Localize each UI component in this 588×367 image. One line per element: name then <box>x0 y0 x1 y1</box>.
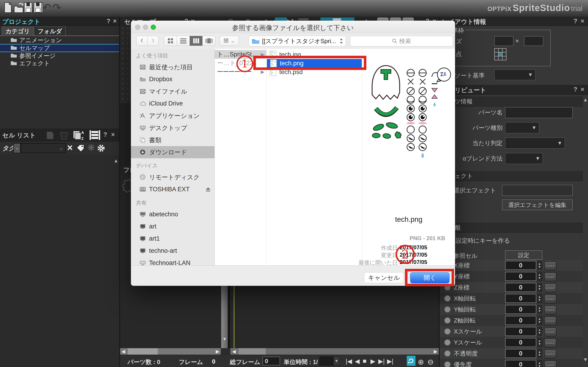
value-input[interactable]: 0 <box>505 261 536 270</box>
view-list-button[interactable] <box>177 36 190 46</box>
hit-select[interactable]: ▼ <box>505 138 565 149</box>
value-input[interactable]: 0 <box>505 272 536 281</box>
eject-icon[interactable] <box>205 186 211 194</box>
interp-button[interactable]: ---- <box>544 283 556 292</box>
stepper[interactable]: ▲▼ <box>537 283 542 292</box>
key-indicator-icon[interactable] <box>444 317 451 324</box>
key-indicator-icon[interactable] <box>444 295 451 302</box>
sidebar-item-desktop[interactable]: デスクトップ <box>131 122 215 134</box>
value-input[interactable]: 0 <box>505 349 536 358</box>
attr-row-opacity[interactable]: 不透明度 0 ▲▼ ---- <box>440 348 583 359</box>
sidebar-item-myfiles[interactable]: マイファイル <box>131 85 215 98</box>
key-indicator-icon[interactable] <box>444 328 451 335</box>
timeline-hscrollbar-left[interactable]: ◀ ▶ <box>120 348 221 355</box>
cancel-button[interactable]: キャンセル <box>364 272 404 283</box>
sidebar-item-techno-art[interactable]: techno-art <box>131 245 215 257</box>
parts-name-input[interactable] <box>505 107 573 118</box>
unit-time-select[interactable] <box>320 357 333 365</box>
attr-row-y[interactable]: Y座標 0 ▲▼ ---- <box>440 271 583 282</box>
sidebar-item-abetechno[interactable]: abetechno <box>131 208 215 220</box>
scroll-left-icon[interactable]: ◀ <box>232 349 236 354</box>
view-icons-button[interactable] <box>164 36 177 46</box>
sidebar-item-remote-disc[interactable]: リモートディスク <box>131 171 215 183</box>
folder-select[interactable]: [[スプライトスタジオSpri... <box>249 36 346 46</box>
sidebar-item-dropbox[interactable]: Dropbox <box>131 73 215 85</box>
tag-select[interactable]: ⌄ <box>21 143 66 153</box>
key-indicator-icon[interactable] <box>444 361 451 367</box>
new-cell-icon[interactable] <box>45 131 55 141</box>
stop-button[interactable]: ■ <box>363 358 366 365</box>
interp-button[interactable]: ---- <box>544 327 556 336</box>
next-frame-button[interactable]: ▶| <box>378 358 385 365</box>
scroll-left-icon[interactable]: ◀ <box>121 349 125 354</box>
sidebar-item-recents[interactable]: 最近使った項目 <box>131 61 215 73</box>
sidebar-item-art[interactable]: art <box>131 220 215 233</box>
value-input[interactable]: 0 <box>505 294 536 303</box>
sidebar-item-toshiba-ext[interactable]: TOSHIBA EXT <box>131 183 215 195</box>
key-indicator-icon[interactable] <box>444 306 451 313</box>
timeline-hscrollbar-right[interactable]: ◀ ▶ <box>230 348 439 355</box>
help-icon[interactable]: ? <box>103 131 107 138</box>
key-indicator-icon[interactable] <box>444 339 451 346</box>
close-icon[interactable]: × <box>581 18 584 25</box>
view-coverflow-button[interactable] <box>203 36 216 46</box>
origin-grid-selector[interactable] <box>494 48 507 61</box>
stepper[interactable]: ▲▼ <box>537 294 542 303</box>
scrollbar-up-icon[interactable]: ▲ <box>583 97 588 103</box>
help-icon[interactable]: ? <box>573 18 578 25</box>
delete-cell-icon[interactable] <box>59 131 69 141</box>
sidebar-item-documents[interactable]: 書類 <box>131 134 215 146</box>
sidebar-item-downloads[interactable]: ダウンロード <box>131 146 215 158</box>
sidebar-item-technoart-lan[interactable]: Technoart-LAN <box>131 257 215 265</box>
filmstrip-icon[interactable] <box>89 130 101 141</box>
parts-type-select[interactable]: ▼ <box>505 122 539 133</box>
value-input[interactable]: 0 <box>505 283 536 292</box>
value-input[interactable]: 0 <box>505 327 536 336</box>
tree-item-refimage[interactable]: 参照イメージ <box>0 52 119 60</box>
stepper[interactable]: ▲▼ <box>537 272 542 281</box>
last-frame-button[interactable]: ▶| <box>387 358 393 365</box>
scrollbar-thumb[interactable] <box>239 348 266 355</box>
sidebar-item-icloud[interactable]: iCloud Drive <box>131 98 215 110</box>
gear-icon[interactable] <box>96 144 106 154</box>
size-height-input[interactable] <box>524 36 543 46</box>
close-icon[interactable]: × <box>581 86 584 93</box>
scrollbar-thumb[interactable] <box>128 348 158 355</box>
value-input[interactable]: 0 <box>505 316 536 325</box>
undo-icon[interactable]: ↶ <box>42 1 51 14</box>
tag-clear-icon[interactable]: × <box>67 142 73 153</box>
interp-button[interactable]: ---- <box>544 305 556 315</box>
value-input[interactable]: 0 <box>505 338 536 347</box>
forward-button[interactable]: › <box>147 36 159 46</box>
tab-category[interactable]: カテゴリ <box>2 27 34 36</box>
tag-icon[interactable] <box>76 144 85 154</box>
edit-effect-button[interactable]: 選択エフェクトを編集 <box>502 200 573 210</box>
help-icon[interactable]: ? <box>107 18 111 25</box>
sidebar-item-art1[interactable]: art1 <box>131 233 215 245</box>
interp-button[interactable]: ---- <box>544 360 556 367</box>
attr-row-z[interactable]: Z座標 0 ▲▼ ---- <box>440 282 583 293</box>
help-icon[interactable]: ? <box>573 86 578 93</box>
stepper[interactable]: ▲▼ <box>537 316 542 325</box>
scrollbar-down-icon[interactable]: ▼ <box>222 336 227 342</box>
tree-item-cellmap[interactable]: セルマップ <box>0 44 119 52</box>
redo-icon[interactable]: ↷ <box>52 1 61 14</box>
size-width-input[interactable] <box>494 36 513 46</box>
attr-row-x[interactable]: X座標 0 ▲▼ ---- <box>440 260 583 271</box>
search-field[interactable]: 検索 <box>350 36 453 46</box>
stepper[interactable]: ▲▼ <box>537 327 542 336</box>
close-icon[interactable]: × <box>113 18 117 25</box>
total-frames-input[interactable]: 0 <box>262 357 280 365</box>
tree-item-effect[interactable]: エフェクト <box>0 60 119 67</box>
open-file-button[interactable] <box>14 2 23 14</box>
close-icon[interactable]: × <box>111 131 115 138</box>
first-frame-button[interactable]: |◀ <box>346 358 352 365</box>
prev-frame-button[interactable]: ◀ <box>355 358 360 365</box>
stepper[interactable]: ▲▼ <box>537 261 542 270</box>
attr-row-roty[interactable]: Y軸回転 0 ▲▼ ---- <box>440 304 583 315</box>
stepper[interactable]: ▲▼ <box>537 360 542 367</box>
key-indicator-icon[interactable] <box>444 350 451 357</box>
select-effect-input[interactable] <box>502 185 573 196</box>
save-button[interactable] <box>24 2 33 14</box>
scroll-right-icon[interactable]: ▶ <box>216 349 219 354</box>
